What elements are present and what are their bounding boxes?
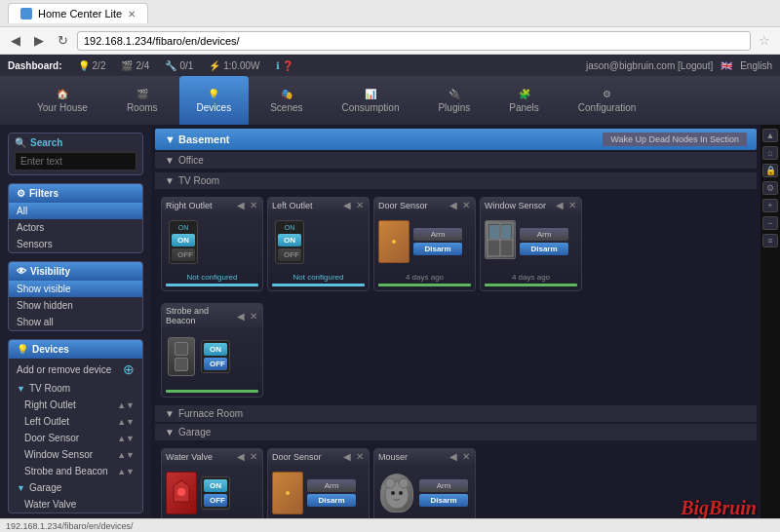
sidebar-item-window-sensor[interactable]: Window Sensor ▲▼	[9, 446, 142, 463]
tab-rooms[interactable]: 🎬 Rooms	[109, 76, 176, 125]
water-valve-off-btn[interactable]: OFF	[204, 494, 227, 507]
water-valve-on-btn[interactable]: ON	[204, 479, 227, 492]
mouser-body: Arm Disarm	[374, 464, 475, 522]
window-sensor-controls: ◀ ✕	[555, 200, 577, 210]
visibility-show-visible[interactable]: Show visible	[9, 281, 142, 297]
mouser-arm-btn[interactable]: Arm	[419, 479, 468, 492]
water-valve-name: Water Valve	[166, 452, 213, 462]
left-outlet-expand[interactable]: ◀	[342, 200, 352, 210]
refresh-button[interactable]: ↻	[53, 31, 73, 50]
panels-icon: 🧩	[519, 89, 530, 99]
sidebar-item-strobe-beacon[interactable]: Strobe and Beacon ▲▼	[9, 463, 142, 479]
left-outlet-off-btn[interactable]: OFF	[278, 248, 301, 261]
right-panel-btn-lock[interactable]: 🔒	[762, 164, 778, 177]
address-bar[interactable]	[77, 31, 751, 51]
right-outlet-controls: ◀ ✕	[236, 200, 258, 210]
tab-favicon	[20, 8, 32, 19]
strobe-row-devices: Strobe and Beacon ◀ ✕ ON	[155, 299, 757, 401]
devices-tree-header[interactable]: 💡 Devices	[9, 340, 142, 359]
window-sensor-disarm-btn[interactable]: Disarm	[520, 243, 568, 255]
right-outlet-on-btn[interactable]: ON	[172, 234, 195, 247]
right-panel-btn-home[interactable]: ⌂	[762, 146, 778, 160]
configuration-icon: ⚙	[603, 89, 611, 99]
status-bar: 192.168.1.234/fibaro/en/devices/	[0, 518, 780, 532]
tab-panels[interactable]: 🧩 Panels	[491, 76, 557, 125]
tab-consumption[interactable]: 📊 Consumption	[325, 76, 417, 125]
sidebar-item-water-valve[interactable]: Water Valve	[9, 496, 142, 513]
right-outlet-expand[interactable]: ◀	[236, 200, 246, 210]
bookmark-icon[interactable]: ☆	[755, 33, 774, 48]
furnace-room-subsection[interactable]: ▼ Furnace Room	[155, 405, 757, 422]
door-sensor2-expand[interactable]: ◀	[342, 451, 352, 462]
door-sensor-disarm-btn[interactable]: Disarm	[413, 243, 462, 255]
filters-header[interactable]: ⚙ Filters	[9, 184, 142, 203]
mouser-settings[interactable]: ✕	[461, 451, 471, 462]
water-valve-controls: ◀ ✕	[236, 451, 258, 462]
door-sensor2-settings[interactable]: ✕	[355, 451, 365, 462]
strobe-beacon-expand[interactable]: ◀	[236, 311, 246, 322]
tab-configuration[interactable]: ⚙ Configuration	[561, 76, 653, 125]
right-outlet-name: Right Outlet	[166, 201, 213, 210]
sidebar-item-right-outlet[interactable]: Right Outlet ▲▼	[9, 397, 142, 413]
visibility-header[interactable]: 👁 Visibility	[9, 262, 142, 281]
sidebar-room-tv[interactable]: ▼ TV Room	[9, 380, 142, 397]
right-panel-btn-minus[interactable]: −	[762, 216, 778, 230]
add-device-btn[interactable]: ⊕	[123, 361, 135, 377]
right-panel-btn-list[interactable]: ≡	[762, 234, 778, 247]
water-valve-expand[interactable]: ◀	[236, 451, 246, 462]
visibility-show-hidden[interactable]: Show hidden	[9, 297, 142, 314]
right-panel-btn-plus[interactable]: +	[762, 199, 778, 212]
strobe-beacon-settings[interactable]: ✕	[249, 311, 258, 322]
door-sensor2-disarm-btn[interactable]: Disarm	[307, 494, 356, 507]
mouser-expand[interactable]: ◀	[448, 451, 458, 462]
left-outlet-settings[interactable]: ✕	[355, 200, 365, 210]
browser-tab[interactable]: Home Center Lite ✕	[8, 3, 148, 23]
sidebar-item-left-outlet[interactable]: Left Outlet ▲▼	[9, 413, 142, 430]
filter-sensors[interactable]: Sensors	[9, 236, 142, 252]
search-input[interactable]	[15, 152, 136, 171]
language-label: English	[740, 60, 772, 71]
visibility-section: 👁 Visibility Show visible Show hidden Sh…	[8, 261, 143, 331]
device-card-window-sensor: Window Sensor ◀ ✕	[480, 197, 582, 291]
sidebar-room-garage[interactable]: ▼ Garage	[9, 479, 142, 496]
door-sensor2-arm-btn[interactable]: Arm	[307, 479, 356, 492]
sidebar-item-door-sensor[interactable]: Door Sensor ▲▼	[9, 430, 142, 446]
water-valve-settings[interactable]: ✕	[249, 451, 258, 462]
search-icon: 🔍	[15, 137, 26, 148]
back-button[interactable]: ◀	[6, 31, 25, 50]
right-outlet-off-btn[interactable]: OFF	[172, 248, 195, 261]
tab-devices[interactable]: 💡 Devices	[179, 76, 250, 125]
door-sensor2-header: Door Sensor ◀ ✕	[268, 449, 369, 464]
tv-room-subsection[interactable]: ▼ TV Room	[155, 172, 757, 189]
right-outlet-settings[interactable]: ✕	[249, 200, 258, 210]
wake-btn[interactable]: Wake Up Dead Nodes In Section	[603, 133, 747, 146]
right-outlet-body: ON ON OFF	[162, 212, 262, 271]
tab-scenes[interactable]: 🎭 Scenes	[253, 76, 320, 125]
window-sensor-arm-btn[interactable]: Arm	[520, 228, 568, 241]
tab-plugins[interactable]: 🔌 Plugins	[420, 76, 488, 125]
door-sensor-arm-btn[interactable]: Arm	[413, 228, 462, 241]
window-sensor-expand[interactable]: ◀	[555, 200, 565, 210]
mouser-disarm-btn[interactable]: Disarm	[419, 494, 468, 507]
filter-all[interactable]: All	[9, 203, 142, 219]
basement-section-header[interactable]: ▼ Basement Wake Up Dead Nodes In Section	[155, 129, 757, 150]
right-panel-btn-gear[interactable]: ⚙	[762, 181, 778, 195]
device-card-right-outlet: Right Outlet ◀ ✕ ON ON OFF	[161, 197, 263, 291]
strobe-beacon-on-btn[interactable]: ON	[204, 343, 227, 356]
office-subsection[interactable]: ▼ Office	[155, 152, 757, 169]
door-sensor-settings[interactable]: ✕	[461, 200, 471, 210]
filters-section: ⚙ Filters All Actors Sensors	[8, 183, 143, 253]
left-outlet-chevron: ▲▼	[117, 417, 135, 427]
strobe-beacon-off-btn[interactable]: OFF	[204, 358, 227, 370]
garage-subsection[interactable]: ▼ Garage	[155, 424, 757, 440]
left-outlet-on-btn[interactable]: ON	[278, 234, 301, 247]
visibility-show-all[interactable]: Show all	[9, 314, 142, 330]
tab-close-btn[interactable]: ✕	[128, 9, 136, 19]
tab-your-house[interactable]: 🏠 Your House	[20, 76, 105, 125]
door-sensor-expand[interactable]: ◀	[448, 200, 458, 210]
right-panel-btn-up[interactable]: ▲	[762, 129, 778, 142]
forward-button[interactable]: ▶	[29, 31, 49, 50]
filter-actors[interactable]: Actors	[9, 219, 142, 236]
info-icon[interactable]: ℹ ❓	[276, 60, 294, 71]
window-sensor-settings[interactable]: ✕	[567, 200, 577, 210]
